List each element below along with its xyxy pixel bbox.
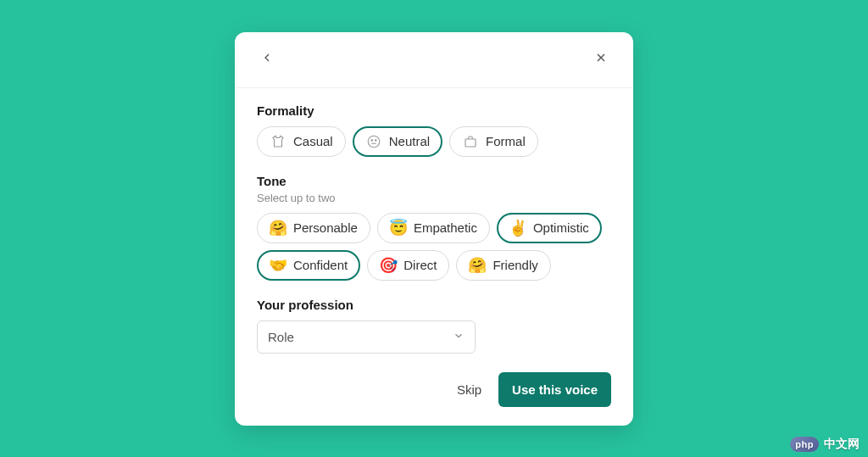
formality-formal[interactable]: Formal [449, 126, 538, 157]
tone-friendly[interactable]: 🤗 Friendly [456, 250, 550, 281]
tone-personable[interactable]: 🤗 Personable [257, 213, 370, 243]
tone-label: Tone [257, 174, 611, 188]
tone-empathetic-label: Empathetic [414, 221, 477, 234]
formality-casual[interactable]: Casual [257, 126, 346, 157]
formality-neutral-label: Neutral [389, 135, 430, 148]
tone-direct-label: Direct [403, 259, 437, 271]
close-button[interactable] [591, 47, 611, 70]
tone-options: 🤗 Personable 😇 Empathetic ✌️ Optimistic … [257, 213, 611, 281]
skip-button[interactable]: Skip [452, 376, 487, 404]
tone-confident[interactable]: 🤝 Confident [257, 250, 360, 281]
tone-personable-label: Personable [293, 221, 358, 234]
halo-face-icon: 😇 [390, 220, 407, 237]
voice-settings-modal: Formality Casual Neutral Formal Tone Sel… [235, 32, 633, 426]
svg-point-3 [371, 139, 373, 141]
header-divider [235, 87, 633, 88]
formality-neutral[interactable]: Neutral [353, 126, 442, 157]
tone-sublabel: Select up to two [257, 192, 611, 204]
modal-header [257, 47, 611, 70]
modal-footer: Skip Use this voice [257, 372, 611, 407]
tone-friendly-label: Friendly [492, 259, 537, 271]
use-voice-button[interactable]: Use this voice [498, 372, 611, 407]
chevron-left-icon [260, 51, 274, 67]
profession-label: Your profession [257, 298, 611, 312]
svg-point-2 [368, 136, 380, 148]
target-icon: 🎯 [380, 257, 397, 274]
tone-confident-label: Confident [293, 259, 348, 271]
php-logo-icon: php [790, 437, 819, 452]
back-button[interactable] [257, 47, 277, 70]
tone-direct[interactable]: 🎯 Direct [367, 250, 449, 281]
friendly-face-icon: 🤗 [469, 257, 486, 274]
victory-hand-icon: ✌️ [509, 220, 526, 237]
tone-empathetic[interactable]: 😇 Empathetic [377, 213, 490, 243]
profession-select-wrap: Role [257, 320, 476, 354]
formality-options: Casual Neutral Formal [257, 126, 611, 157]
close-icon [594, 51, 608, 67]
tone-optimistic[interactable]: ✌️ Optimistic [497, 213, 602, 243]
hugging-face-icon: 🤗 [270, 220, 287, 237]
neutral-face-icon [365, 133, 382, 150]
formality-label: Formality [257, 103, 611, 118]
formality-formal-label: Formal [486, 135, 526, 148]
chevron-down-icon [453, 330, 465, 344]
watermark-text: 中文网 [824, 437, 860, 452]
svg-point-4 [375, 139, 376, 141]
profession-select[interactable]: Role [257, 320, 476, 354]
tone-optimistic-label: Optimistic [533, 221, 589, 234]
profession-placeholder: Role [268, 330, 294, 344]
watermark: php 中文网 [790, 437, 860, 452]
formality-casual-label: Casual [293, 135, 333, 148]
handshake-icon: 🤝 [270, 257, 287, 274]
svg-rect-6 [465, 139, 476, 147]
briefcase-icon [462, 133, 479, 150]
tshirt-icon [270, 133, 287, 150]
